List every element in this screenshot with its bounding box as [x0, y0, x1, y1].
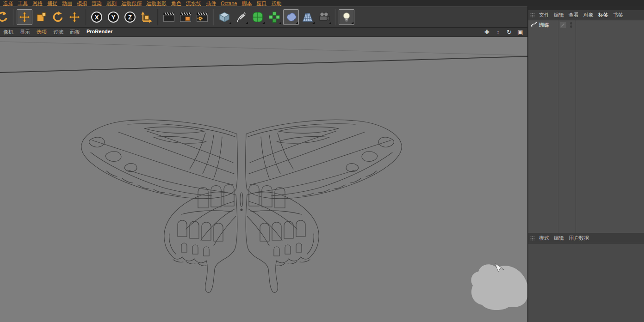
visibility-dots[interactable]	[570, 22, 572, 28]
om-menus-item-file[interactable]: 文件	[537, 12, 551, 18]
vp-menus-item-panel[interactable]: 面板	[67, 29, 83, 36]
scale-tool-button[interactable]	[33, 9, 49, 25]
main-menu-item-script[interactable]: 脚本	[239, 0, 254, 6]
lock-y-axis-icon: Y	[108, 12, 119, 23]
main-menu-item-pipeline[interactable]: 流水线	[184, 0, 204, 6]
undo-icon	[0, 11, 8, 23]
object-manager-body[interactable]: 蝴蝶	[528, 20, 644, 233]
render-icon	[163, 11, 175, 23]
toolbar-group-1	[15, 7, 84, 27]
spline-pen-button[interactable]	[233, 9, 249, 25]
main-menu-bar: 选择工具网格捕捉动画模拟渲染雕刻运动跟踪运动图形角色流水线插件Octane脚本窗…	[0, 0, 644, 6]
pan-icon[interactable]: ✚	[483, 29, 490, 36]
volume-blob-button[interactable]	[283, 9, 299, 25]
rotate-icon	[52, 11, 64, 23]
om-menus-item-edit[interactable]: 编辑	[551, 12, 566, 18]
main-menu-item-window[interactable]: 窗口	[254, 0, 269, 6]
cloud-blob-shape[interactable]	[471, 264, 527, 310]
lock-z-axis-button[interactable]: Z	[122, 9, 138, 25]
render-settings-icon	[196, 11, 208, 23]
main-menu-item-render[interactable]: 渲染	[89, 0, 104, 6]
main-menu-item-plugins[interactable]: 插件	[204, 0, 218, 6]
main-menu-item-snap[interactable]: 捕捉	[45, 0, 60, 6]
orbit-icon[interactable]: ↻	[506, 29, 513, 36]
toolbar-separator	[85, 9, 86, 25]
render-visibility-dot[interactable]	[570, 25, 572, 28]
move-tool-button[interactable]	[17, 9, 32, 25]
render-view-button[interactable]	[161, 9, 177, 25]
render-pv-icon	[180, 11, 192, 23]
om-menus-item-bookmarks[interactable]: 书签	[611, 12, 625, 18]
main-menu-item-octane[interactable]: Octane	[218, 0, 239, 6]
main-menu-item-simulate[interactable]: 模拟	[74, 0, 89, 6]
viewport-menus: 像机显示选项过滤面板ProRender	[0, 29, 116, 36]
undo-tool-button[interactable]	[0, 9, 10, 25]
panel-drag-handle-icon[interactable]	[530, 13, 535, 18]
editor-visibility-dot[interactable]	[570, 22, 572, 24]
toolbar-separator	[157, 9, 158, 25]
main-toolbar: XYZ	[0, 6, 527, 28]
toolbar-group-2: XYZ	[87, 7, 156, 27]
toolbar-group-0	[0, 7, 12, 27]
subdivision-surface-button[interactable]	[250, 9, 266, 25]
scale-icon	[35, 11, 47, 23]
camera-button[interactable]	[316, 9, 332, 25]
am-menus-item-mode[interactable]: 模式	[537, 235, 551, 242]
lock-x-axis-icon: X	[91, 12, 102, 23]
viewport-3d[interactable]	[0, 37, 527, 322]
object-manager-menus: 文件编辑查看对象标签书签	[537, 12, 625, 18]
main-menu-item-animate[interactable]: 动画	[60, 0, 74, 6]
cinema4d-window: 选择工具网格捕捉动画模拟渲染雕刻运动跟踪运动图形角色流水线插件Octane脚本窗…	[0, 0, 644, 322]
cloner-icon	[268, 11, 280, 23]
viewport-nav-icons: ✚↕↻▣	[483, 29, 524, 36]
main-menu-item-mograph[interactable]: 运动图形	[144, 0, 169, 6]
move-icon	[68, 11, 80, 23]
rotate-tool-button[interactable]	[50, 9, 66, 25]
vp-menus-item-display[interactable]: 显示	[17, 29, 33, 36]
cloth-icon	[302, 11, 314, 23]
primitive-cube-button[interactable]	[217, 9, 232, 25]
main-menu-item-motion-tracker[interactable]: 运动跟踪	[119, 0, 144, 6]
dolly-icon[interactable]: ↕	[495, 29, 502, 36]
butterfly-wireframe[interactable]	[74, 115, 430, 296]
main-menu-item-mesh[interactable]: 网格	[30, 0, 45, 6]
spline-object-icon	[531, 21, 537, 29]
vp-menus-item-filter[interactable]: 过滤	[50, 29, 67, 36]
object-row-butterfly[interactable]: 蝴蝶	[528, 20, 644, 30]
simulation-cloth-button[interactable]	[300, 9, 316, 25]
om-menus-item-tags[interactable]: 标签	[596, 12, 611, 18]
render-settings-button[interactable]	[194, 9, 210, 25]
lock-x-axis-button[interactable]: X	[89, 9, 105, 25]
object-label: 蝴蝶	[539, 22, 549, 29]
object-manager-column-divider	[558, 20, 558, 233]
lock-y-axis-button[interactable]: Y	[105, 9, 121, 25]
am-menus-item-user-data[interactable]: 用户数据	[566, 235, 591, 242]
vp-menus-item-camera[interactable]: 像机	[0, 29, 17, 36]
object-manager-column-divider	[576, 20, 576, 233]
toggle-view-icon[interactable]: ▣	[517, 29, 524, 36]
last-used-tool-button[interactable]	[67, 9, 82, 25]
attribute-manager-body	[528, 243, 644, 322]
pen-icon	[235, 11, 247, 23]
render-picture-viewer-button[interactable]	[178, 9, 193, 25]
main-menu-item-help[interactable]: 帮助	[269, 0, 284, 6]
viewport-menu-bar: 像机显示选项过滤面板ProRender ✚↕↻▣	[0, 28, 527, 37]
edit-tag-icon[interactable]	[560, 22, 566, 28]
om-menus-item-objects[interactable]: 对象	[581, 12, 596, 18]
coordinate-system-button[interactable]	[139, 9, 155, 25]
vp-menus-item-options[interactable]: 选项	[33, 29, 50, 36]
main-menu-item-tools[interactable]: 工具	[15, 0, 30, 6]
main-menu-item-character[interactable]: 角色	[169, 0, 184, 6]
cloner-button[interactable]	[266, 9, 282, 25]
main-menu-item-sculpt[interactable]: 雕刻	[104, 0, 119, 6]
am-menus-item-edit[interactable]: 编辑	[551, 235, 566, 242]
light-button[interactable]	[339, 9, 354, 25]
light-icon	[341, 11, 353, 23]
main-menu-item-select[interactable]: 选择	[0, 0, 15, 6]
object-manager-header: 文件编辑查看对象标签书签	[528, 10, 644, 20]
subdiv-icon	[252, 11, 264, 23]
panel-drag-handle-icon[interactable]	[530, 236, 535, 241]
object-list: 蝴蝶	[528, 20, 644, 30]
om-menus-item-view[interactable]: 查看	[566, 12, 581, 18]
vp-menus-item-prorender[interactable]: ProRender	[83, 29, 116, 36]
